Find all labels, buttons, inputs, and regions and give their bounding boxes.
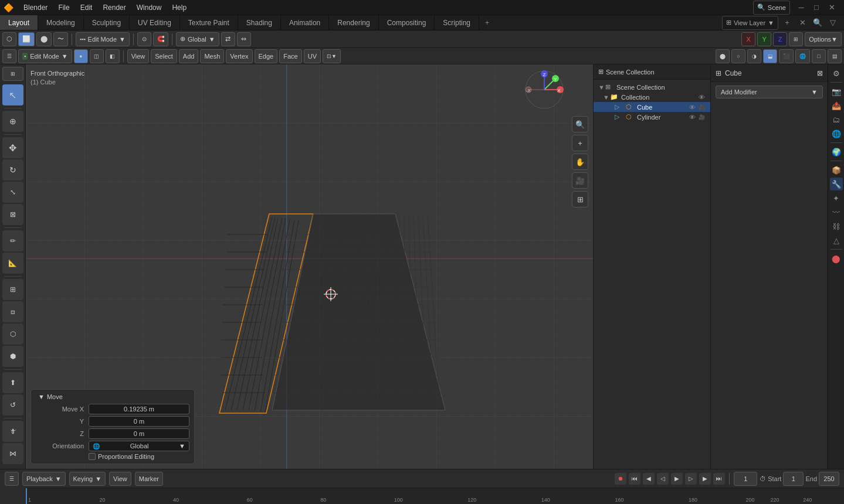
- proportional-edit-btn[interactable]: ⊙: [137, 32, 151, 46]
- move-y-value[interactable]: 0 m: [89, 416, 189, 427]
- prop-editing-checkbox[interactable]: [89, 453, 96, 460]
- data-icon[interactable]: △: [830, 234, 843, 247]
- viewport-overlay[interactable]: ◑: [747, 49, 761, 63]
- menu-mesh[interactable]: Mesh: [200, 49, 224, 63]
- filter-icon[interactable]: ▽: [826, 16, 839, 29]
- pan[interactable]: ✋: [572, 154, 588, 170]
- tab-layout[interactable]: Layout: [0, 15, 38, 30]
- render-icon[interactable]: 📷: [830, 85, 843, 98]
- vertex-select[interactable]: ●: [74, 49, 88, 63]
- menu-file[interactable]: File: [53, 2, 74, 13]
- y-axis-btn[interactable]: Y: [757, 32, 771, 46]
- cylinder-render-icon[interactable]: 🎥: [699, 114, 708, 120]
- scale-tool[interactable]: ⤡: [2, 182, 23, 203]
- tab-uv-editing[interactable]: UV Editing: [130, 15, 180, 30]
- viewport-xray[interactable]: ⬓: [763, 49, 777, 63]
- cube-vis-icon[interactable]: 👁: [689, 104, 699, 111]
- snap-icon[interactable]: 🧲: [153, 32, 168, 46]
- menu-uv[interactable]: UV: [304, 49, 321, 63]
- select-mode-lasso[interactable]: 〜: [53, 32, 68, 46]
- object-icon[interactable]: 📦: [830, 164, 843, 176]
- rotate-tool[interactable]: ↻: [2, 159, 23, 181]
- tree-collection[interactable]: ▼ 📁 Collection 👁: [594, 92, 710, 102]
- window-close[interactable]: ✕: [825, 1, 838, 14]
- pivot-dropdown[interactable]: ⊕ Global ▼: [176, 32, 219, 46]
- menu-edge[interactable]: Edge: [255, 49, 278, 63]
- end-frame-input[interactable]: 250: [819, 472, 839, 486]
- bevel-tool[interactable]: ⬢: [2, 346, 23, 367]
- inset-faces-tool[interactable]: ⬡: [2, 323, 23, 345]
- cylinder-vis-icon[interactable]: 👁: [689, 114, 699, 121]
- timeline-marker-menu[interactable]: Marker: [135, 472, 163, 486]
- extrude-tool[interactable]: ⬆: [2, 372, 23, 393]
- move-tool[interactable]: ✥: [2, 137, 23, 158]
- select-tool[interactable]: ↖: [2, 84, 23, 105]
- window-restore[interactable]: □: [810, 1, 823, 14]
- loop-cut-tool[interactable]: ⊞: [2, 279, 23, 300]
- tab-texture-paint[interactable]: Texture Paint: [180, 15, 238, 30]
- search-icon[interactable]: 🔍: [811, 16, 824, 29]
- gizmo-nav[interactable]: X Y Z -X: [524, 69, 565, 112]
- camera-view[interactable]: 🎥: [572, 172, 588, 189]
- move-x-value[interactable]: 0.19235 m: [89, 404, 189, 414]
- scene-icon[interactable]: 🌐: [830, 127, 843, 140]
- keying-dropdown[interactable]: Keying ▼: [69, 472, 106, 486]
- physics-icon[interactable]: 〰: [830, 206, 843, 219]
- edit-mode-dropdown[interactable]: ▪▪▪ Edit Mode ▼: [76, 32, 130, 46]
- offset-edges-tool[interactable]: ⧈: [2, 301, 23, 322]
- tab-sculpting[interactable]: Sculpting: [84, 15, 130, 30]
- select-mode-circle[interactable]: ⬤: [36, 32, 52, 46]
- spin-tool[interactable]: ↺: [2, 394, 23, 416]
- header-toggle[interactable]: ☰: [2, 49, 16, 63]
- tab-add[interactable]: +: [479, 15, 495, 30]
- prev-keyframe-btn[interactable]: ◁: [657, 473, 669, 485]
- viewport-shading4[interactable]: ▤: [828, 49, 842, 63]
- timeline-ruler[interactable]: 1 20 40 60 80 100 120 140 160 180 200 22…: [26, 488, 844, 504]
- transform-icon[interactable]: ⇄: [221, 32, 235, 46]
- collection-vis-icon[interactable]: 👁: [699, 94, 708, 101]
- viewlayer-close[interactable]: ✕: [796, 16, 809, 29]
- viewlayer-add[interactable]: +: [781, 16, 794, 29]
- annotate-tool[interactable]: ✏: [2, 230, 23, 251]
- menu-add[interactable]: Add: [179, 49, 199, 63]
- z-axis-btn[interactable]: Z: [773, 32, 787, 46]
- viewport-shading-rendered[interactable]: ○: [731, 49, 745, 63]
- tab-shading[interactable]: Shading: [238, 15, 281, 30]
- particles-icon[interactable]: ✦: [830, 192, 843, 205]
- menu-edit[interactable]: Edit: [76, 2, 97, 13]
- next-frame-btn[interactable]: ▶: [699, 473, 711, 485]
- viewport-3d[interactable]: Front Orthographic (1) Cube X Y Z: [26, 64, 593, 469]
- cursor-tool[interactable]: ⊕: [2, 111, 23, 132]
- measure-tool[interactable]: 📐: [2, 253, 23, 274]
- menu-help[interactable]: Help: [167, 2, 191, 13]
- menu-render[interactable]: Render: [98, 2, 130, 13]
- orientation-dropdown[interactable]: 🌐 Global ▼: [89, 441, 189, 451]
- start-frame-input[interactable]: 1: [783, 472, 804, 486]
- viewport-shading-solid[interactable]: ⬤: [716, 49, 730, 63]
- menu-window[interactable]: Window: [132, 2, 167, 13]
- view-mode-icon[interactable]: ⬡: [2, 32, 16, 46]
- current-frame-input[interactable]: 1: [734, 472, 757, 486]
- select-mode-box[interactable]: ⬜: [18, 32, 35, 46]
- zoom-to-fit[interactable]: 🔍: [572, 116, 588, 132]
- add-modifier-button[interactable]: Add Modifier ▼: [716, 86, 823, 98]
- viewlayer-icon[interactable]: 🗂: [830, 113, 843, 126]
- x-axis-btn[interactable]: X: [741, 32, 755, 46]
- playback-dropdown[interactable]: Playback ▼: [22, 472, 66, 486]
- viewport-shading3[interactable]: 🌐: [795, 49, 810, 63]
- mirror-icon[interactable]: ⇔: [237, 32, 251, 46]
- material-icon[interactable]: ⬤: [830, 252, 843, 265]
- tab-animation[interactable]: Animation: [281, 15, 329, 30]
- face-select[interactable]: ◧: [106, 49, 120, 63]
- cube-render-icon[interactable]: 🎥: [699, 104, 708, 110]
- timeline-header-toggle[interactable]: ☰: [5, 472, 19, 486]
- window-minimize[interactable]: ─: [795, 1, 808, 14]
- view-layer-dropdown[interactable]: ⊞ View Layer ▼: [722, 16, 778, 30]
- tool-icon[interactable]: ⚙: [830, 67, 843, 80]
- menu-view[interactable]: View: [127, 49, 150, 63]
- menu-vertex[interactable]: Vertex: [226, 49, 252, 63]
- viewport-shading2[interactable]: ⬛: [779, 49, 794, 63]
- tree-cylinder[interactable]: ▷ ⬡ Cylinder 👁 🎥: [594, 112, 710, 122]
- record-btn[interactable]: ⏺: [615, 473, 626, 485]
- menu-select[interactable]: Select: [151, 49, 177, 63]
